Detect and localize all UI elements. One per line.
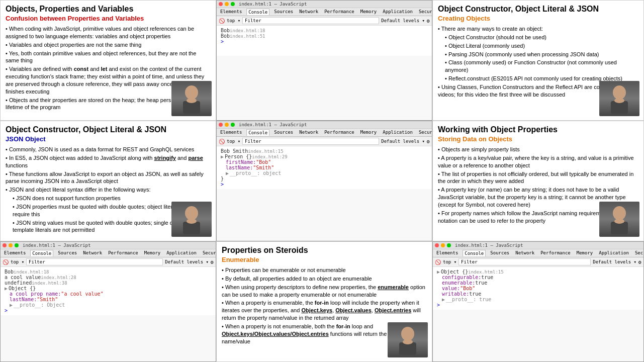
tab-memory[interactable]: Memory: [575, 250, 595, 256]
tab-sources[interactable]: Sources: [272, 9, 295, 15]
default-levels[interactable]: Default levels ▾: [381, 18, 425, 23]
panel-working-with-properties: Working with Object Properties Storing D…: [432, 121, 644, 241]
expand-proto-icon[interactable]: ▶: [226, 170, 229, 176]
minimize-icon[interactable]: [9, 243, 13, 247]
prop-key: writable:: [442, 291, 469, 297]
tab-sources[interactable]: Sources: [489, 250, 511, 256]
default-levels-2[interactable]: Default levels ▾: [381, 139, 425, 144]
prohibition-icon: 🚫: [219, 18, 225, 24]
console-prompt[interactable]: >: [220, 39, 429, 44]
tab-performance[interactable]: Performance: [539, 250, 572, 256]
list-item: A property is a key/value pair, where th…: [438, 154, 638, 169]
source-link[interactable]: index.html:28: [41, 275, 76, 280]
tab-performance[interactable]: Performance: [323, 129, 356, 136]
top-dropdown-3[interactable]: top ▾: [11, 259, 24, 264]
tab-elements[interactable]: Elements: [435, 250, 459, 256]
source-link[interactable]: index.html:29: [252, 154, 287, 159]
close-icon[interactable]: [219, 2, 223, 6]
tab-elements[interactable]: Elements: [3, 250, 27, 256]
tab-memory[interactable]: Memory: [359, 9, 379, 15]
tab-security[interactable]: Security: [201, 250, 216, 256]
filter-input-2[interactable]: Filter: [242, 138, 379, 145]
tab-application[interactable]: Application: [381, 9, 414, 15]
maximize-icon[interactable]: [15, 243, 19, 247]
tab-console[interactable]: Console: [463, 250, 486, 256]
tab-memory[interactable]: Memory: [143, 250, 162, 256]
top-dropdown-4[interactable]: top ▾: [443, 259, 456, 264]
filter-input-4[interactable]: Filter: [458, 258, 591, 265]
tab-console[interactable]: Console: [246, 129, 269, 136]
settings-icon-4[interactable]: ⚙: [638, 259, 641, 265]
console-prop: a cool prop name: "a cool value": [4, 291, 213, 297]
source-link[interactable]: index.html:18: [14, 269, 49, 275]
svg-point-9: [613, 206, 626, 220]
close-icon[interactable]: [435, 243, 439, 247]
console-prompt-4[interactable]: >: [436, 302, 640, 308]
devtools-bot-right: index.html:1 — JavaScript Elements Conso…: [432, 241, 644, 362]
expand-icon[interactable]: ▶: [221, 154, 224, 159]
top-dropdown[interactable]: top ▾: [227, 18, 240, 23]
prompt-arrow-2: >: [221, 182, 224, 187]
tab-network[interactable]: Network: [298, 9, 320, 15]
default-levels-3[interactable]: Default levels ▾: [165, 259, 209, 264]
tab-network[interactable]: Network: [514, 250, 536, 256]
source-link[interactable]: index.html:18: [230, 28, 265, 33]
source-link[interactable]: index.html:15: [248, 149, 283, 154]
tab-console[interactable]: Console: [246, 9, 269, 15]
console-proto: ▶ __proto__: Object: [4, 302, 213, 308]
prop-key: configurable:: [442, 275, 481, 280]
console-output: undefined: [5, 280, 32, 286]
tab-security[interactable]: Security: [633, 250, 644, 256]
window-title: index.html:1 — JavaScript: [239, 2, 307, 7]
source-link[interactable]: index.html:51: [230, 34, 265, 39]
settings-icon[interactable]: ⚙: [427, 18, 430, 24]
source-link[interactable]: index.html:15: [468, 269, 503, 275]
console-prop: writable: true: [436, 291, 640, 297]
tab-application[interactable]: Application: [381, 129, 414, 136]
expand-icon[interactable]: ▶: [5, 286, 8, 291]
list-item: Objects are simply property lists: [438, 146, 638, 153]
tab-network[interactable]: Network: [81, 250, 104, 256]
settings-icon-2[interactable]: ⚙: [427, 139, 430, 144]
minimize-icon[interactable]: [225, 123, 229, 127]
tab-sources[interactable]: Sources: [56, 250, 78, 256]
devtools-console-content-3: Bob index.html:18 a cool value index.htm…: [1, 267, 216, 315]
tab-performance[interactable]: Performance: [107, 250, 140, 256]
tab-application[interactable]: Application: [597, 250, 630, 256]
panel-title-creating: Object Constructor, Object Literal & JSO…: [438, 5, 638, 14]
minimize-icon[interactable]: [441, 243, 445, 247]
console-proto: ▶ __proto__: object: [220, 170, 429, 176]
filter-input[interactable]: Filter: [242, 17, 379, 24]
tab-memory[interactable]: Memory: [359, 129, 379, 136]
maximize-icon[interactable]: [231, 123, 235, 127]
tab-security[interactable]: Security: [417, 9, 432, 15]
tab-sources[interactable]: Sources: [272, 129, 295, 136]
proto-label: __proto__: object: [230, 170, 281, 176]
source-link[interactable]: index.html:38: [32, 281, 67, 286]
console-prop: lastName: "Smith": [4, 297, 213, 302]
minimize-icon[interactable]: [225, 2, 229, 6]
panel-title-json: Object Constructor, Object Literal & JSO…: [6, 125, 211, 134]
console-prompt-3[interactable]: >: [4, 308, 213, 313]
tab-security[interactable]: Security: [417, 129, 432, 136]
default-levels-4[interactable]: Default levels ▾: [593, 259, 636, 264]
tab-performance[interactable]: Performance: [323, 9, 356, 15]
maximize-icon[interactable]: [447, 243, 451, 247]
filter-input-3[interactable]: Filter: [26, 258, 163, 265]
console-output: Bob Smith: [221, 148, 248, 154]
console-prompt-2[interactable]: >: [220, 182, 429, 187]
tab-elements[interactable]: Elements: [219, 9, 243, 15]
top-dropdown-2[interactable]: top ▾: [227, 139, 240, 144]
maximize-icon[interactable]: [231, 2, 235, 6]
expand-proto-icon[interactable]: ▶: [10, 302, 13, 308]
expand-icon[interactable]: ▶: [437, 269, 440, 275]
tab-application[interactable]: Application: [165, 250, 198, 256]
close-icon[interactable]: [3, 243, 7, 247]
settings-icon-3[interactable]: ⚙: [211, 259, 214, 265]
tab-elements[interactable]: Elements: [219, 129, 243, 136]
svg-point-11: [614, 219, 624, 224]
tab-network[interactable]: Network: [298, 129, 320, 136]
tab-console[interactable]: Console: [30, 250, 53, 256]
close-icon[interactable]: [219, 123, 223, 127]
expand-proto-icon-2[interactable]: ▶: [442, 297, 445, 302]
